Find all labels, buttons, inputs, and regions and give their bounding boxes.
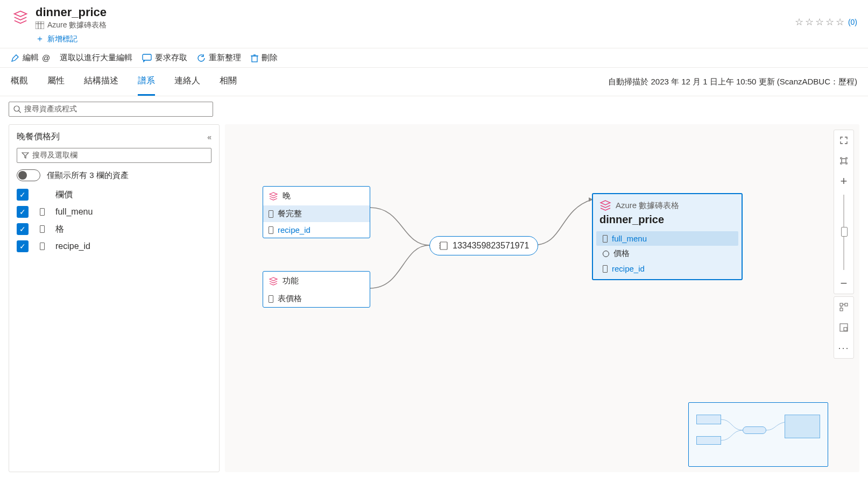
lineage-canvas[interactable]: 晚 餐完整 recipe_id 功能 表價格 1334359823571971 … (225, 124, 859, 472)
star-icon: ☆ (836, 16, 844, 28)
toggle-label: 僅顯示所有 3 欄的資產 (47, 170, 129, 181)
svg-rect-4 (143, 54, 151, 60)
column-type-icon (269, 295, 273, 303)
column-type-icon (603, 265, 608, 273)
tabs-row: 概觀 屬性 結構描述 譜系 連絡人 相關 自動掃描於 2023 年 12 月 1… (0, 68, 868, 96)
column-checkbox[interactable]: ✓ (17, 189, 29, 201)
svg-rect-19 (844, 328, 847, 331)
tab-contacts[interactable]: 連絡人 (174, 68, 200, 96)
stack-icon (599, 200, 611, 211)
search-input[interactable]: 搜尋資產或程式 (9, 102, 213, 117)
minimap-toggle-button[interactable] (834, 317, 853, 338)
fullscreen-button[interactable] (834, 130, 853, 151)
action-toolbar: 編輯@ 選取以進行大量編輯 要求存取 重新整理 刪除 (0, 48, 868, 68)
star-icon: ☆ (825, 16, 834, 28)
column-item[interactable]: ✓ recipe_id (17, 240, 211, 252)
tab-related[interactable]: 相關 (220, 68, 237, 96)
column-checkbox[interactable]: ✓ (17, 223, 29, 235)
refresh-button[interactable]: 重新整理 (197, 53, 241, 63)
lineage-process-node[interactable]: 1334359823571971 (429, 236, 538, 255)
column-type-icon (37, 225, 47, 233)
chat-icon (142, 54, 152, 62)
fit-button[interactable] (834, 151, 853, 171)
svg-line-9 (19, 111, 21, 113)
column-type-icon (269, 210, 273, 218)
zoom-in-button[interactable]: + (834, 171, 853, 191)
tab-overview[interactable]: 概觀 (11, 68, 28, 96)
refresh-icon (197, 54, 206, 62)
column-item[interactable]: ✓ 欄價 (17, 189, 211, 201)
asset-type-label: Azure 數據磚表格 (36, 20, 795, 30)
columns-panel: 晚餐價格列 « 搜尋及選取欄 僅顯示所有 3 欄的資產 ✓ 欄價 ✓ full_… (9, 124, 220, 472)
scan-status: 自動掃描於 2023 年 12 月 1 日上午 10:50 更新 (ScanzA… (608, 77, 857, 87)
canvas-controls: + − (834, 130, 854, 294)
add-tag-button[interactable]: ＋ 新增標記 (36, 33, 795, 45)
column-type-icon (37, 208, 47, 216)
canvas-controls-secondary: ··· (834, 296, 854, 359)
zoom-out-button[interactable]: − (834, 273, 853, 294)
rating-count: (0) (848, 18, 857, 26)
column-type-icon (603, 235, 608, 243)
asset-type-icon (11, 8, 30, 27)
more-options-button[interactable]: ··· (834, 338, 853, 358)
layout-button[interactable] (834, 297, 853, 317)
asset-header: dinner_price Azure 數據磚表格 ＋ 新增標記 ☆ ☆ ☆ ☆ … (0, 0, 868, 48)
svg-rect-5 (252, 56, 257, 62)
tab-properties[interactable]: 屬性 (47, 68, 65, 96)
panel-title: 晚餐價格列 (17, 131, 60, 143)
collapse-panel-icon[interactable]: « (207, 133, 211, 141)
svg-rect-0 (36, 22, 44, 29)
star-icon: ☆ (805, 16, 814, 28)
svg-rect-17 (840, 308, 843, 311)
svg-rect-15 (840, 303, 843, 306)
filter-icon (22, 152, 29, 159)
column-checkbox[interactable]: ✓ (17, 206, 29, 218)
plus-icon: ＋ (36, 33, 44, 45)
request-access-button[interactable]: 要求存取 (142, 53, 187, 63)
stack-icon (269, 276, 278, 286)
minimap[interactable] (688, 402, 828, 467)
show-all-columns-toggle[interactable] (17, 169, 40, 181)
column-filter-input[interactable]: 搜尋及選取欄 (17, 148, 211, 163)
edit-button[interactable]: 編輯@ (11, 53, 50, 63)
column-checkbox[interactable]: ✓ (17, 240, 29, 252)
search-icon (13, 105, 21, 113)
stack-icon (269, 191, 278, 201)
lineage-source-node[interactable]: 功能 表價格 (263, 271, 370, 308)
bulk-select-dropdown[interactable]: 選取以進行大量編輯 (60, 53, 132, 63)
pencil-icon (11, 54, 19, 62)
svg-rect-14 (842, 159, 846, 163)
lineage-target-node[interactable]: Azure 數據磚表格 dinner_price full_menu 價格 re… (592, 193, 743, 280)
page-title: dinner_price (36, 5, 795, 19)
column-type-icon (603, 251, 609, 257)
tab-schema[interactable]: 結構描述 (84, 68, 118, 96)
notebook-icon (439, 241, 448, 251)
column-type-icon (37, 243, 47, 250)
tab-lineage[interactable]: 譜系 (138, 68, 155, 96)
column-item[interactable]: ✓ full_menu (17, 206, 211, 218)
star-icon: ☆ (815, 16, 824, 28)
zoom-slider[interactable] (843, 195, 844, 270)
delete-button[interactable]: 刪除 (251, 53, 278, 63)
rating-stars[interactable]: ☆ ☆ ☆ ☆ ☆ (0) (795, 16, 857, 28)
column-type-icon (269, 226, 273, 234)
lineage-source-node[interactable]: 晚 餐完整 recipe_id (263, 186, 370, 238)
star-icon: ☆ (795, 16, 803, 28)
svg-point-8 (14, 106, 19, 111)
column-item[interactable]: ✓ 格 (17, 223, 211, 235)
svg-rect-10 (440, 242, 447, 250)
svg-rect-16 (845, 303, 848, 306)
trash-icon (251, 54, 258, 62)
table-icon (36, 22, 44, 29)
